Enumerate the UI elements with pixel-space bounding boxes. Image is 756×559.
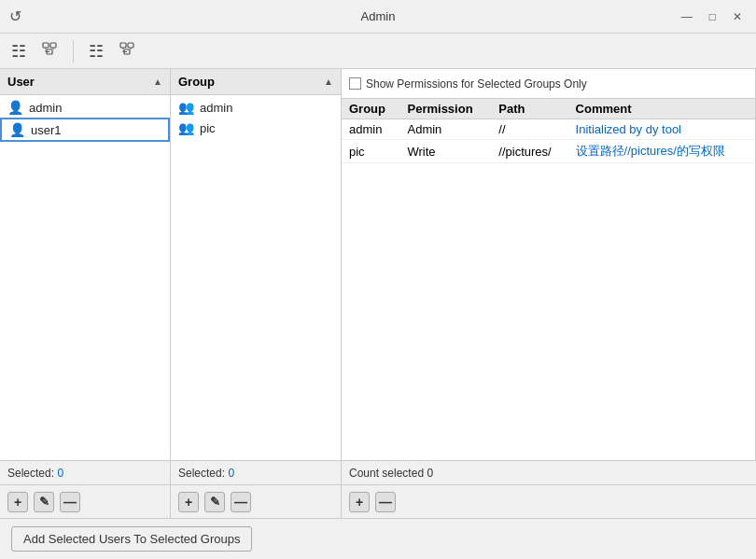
groups-panel-title: Group	[178, 75, 215, 89]
user-status: Selected: 0	[0, 461, 171, 484]
users-sort-icon[interactable]: ▲	[153, 77, 162, 87]
perm-comment: 设置路径//pictures/的写权限	[568, 140, 755, 163]
remove-perm-button[interactable]: —	[375, 492, 396, 512]
group-label: admin	[200, 101, 232, 115]
list-item[interactable]: 👤 admin	[0, 97, 170, 118]
user-icon: 👤	[9, 122, 25, 137]
edit-group-button[interactable]: ✎	[204, 492, 225, 512]
perm-group: admin	[342, 119, 400, 140]
list-item[interactable]: 👥 pic	[171, 118, 341, 138]
users-panel: User ▲ 👤 admin 👤 user1	[0, 69, 171, 460]
groups-panel: Group ▲ 👥 admin 👥 pic	[171, 69, 342, 460]
maximize-button[interactable]: □	[705, 8, 721, 25]
group-status: Selected: 0	[171, 461, 342, 484]
title-bar-controls: — □ ✕	[677, 8, 747, 25]
svg-rect-7	[128, 43, 133, 48]
users-panel-header: User ▲	[0, 69, 170, 95]
title-bar-left: ↺	[9, 7, 21, 25]
show-selected-checkbox-wrapper[interactable]: Show Permissions for Selected Groups Onl…	[349, 77, 587, 91]
groups-list: 👥 admin 👥 pic	[171, 95, 341, 460]
perm-actions: + —	[342, 485, 756, 518]
title-bar: ↺ Admin — □ ✕	[0, 0, 756, 34]
groups-selected-label: Selected: 0	[178, 467, 234, 480]
table-row[interactable]: pic Write //pictures/ 设置路径//pictures/的写权…	[342, 140, 755, 163]
close-button[interactable]: ✕	[728, 8, 747, 25]
user-label: user1	[31, 123, 62, 137]
add-perm-button[interactable]: +	[349, 492, 370, 512]
perm-status: Count selected 0	[342, 461, 756, 484]
users-selected-label: Selected: 0	[7, 467, 63, 480]
groups-selected-count: 0	[228, 467, 234, 480]
user-grid-icon[interactable]: ☷	[7, 39, 30, 63]
col-permission: Permission	[400, 99, 492, 119]
group-label: pic	[200, 121, 216, 135]
users-list: 👤 admin 👤 user1	[0, 95, 170, 460]
user-label: admin	[29, 101, 62, 115]
group-actions: + ✎ —	[171, 485, 342, 518]
permissions-table: Group Permission Path Comment admin Admi…	[342, 99, 755, 163]
perm-count: 0	[427, 467, 433, 480]
perm-comment: Initialized by dy tool	[568, 119, 755, 140]
user-icon: 👤	[7, 100, 23, 115]
perm-permission: Admin	[400, 119, 492, 140]
permissions-filter-bar: Show Permissions for Selected Groups Onl…	[342, 69, 755, 99]
col-path: Path	[491, 99, 567, 119]
perm-count-label: Count selected 0	[349, 467, 433, 480]
remove-group-button[interactable]: —	[231, 492, 251, 512]
group-icon: 👥	[178, 120, 194, 135]
svg-rect-0	[43, 43, 49, 48]
list-item[interactable]: 👥 admin	[171, 97, 341, 118]
add-group-button[interactable]: +	[178, 492, 199, 512]
user-actions: + ✎ —	[0, 485, 171, 518]
svg-rect-1	[50, 43, 56, 48]
minimize-button[interactable]: —	[677, 8, 697, 25]
users-selected-count: 0	[57, 467, 63, 480]
add-selected-users-button[interactable]: Add Selected Users To Selected Groups	[11, 526, 252, 552]
col-comment: Comment	[568, 99, 755, 119]
permissions-table-wrapper: Group Permission Path Comment admin Admi…	[342, 99, 755, 460]
users-panel-title: User	[7, 75, 35, 89]
perm-path: //pictures/	[491, 140, 567, 163]
refresh-icon[interactable]: ↺	[9, 7, 21, 25]
groups-panel-header: Group ▲	[171, 69, 341, 95]
list-item[interactable]: 👤 user1	[0, 118, 170, 142]
col-group: Group	[342, 99, 400, 119]
permissions-panel: Show Permissions for Selected Groups Onl…	[342, 69, 756, 460]
window-title: Admin	[361, 9, 396, 23]
perm-permission: Write	[400, 140, 492, 163]
add-user-button[interactable]: +	[7, 492, 28, 512]
group-icon: 👥	[178, 100, 194, 115]
toolbar: ☷ ☷	[0, 34, 756, 69]
table-header-row: Group Permission Path Comment	[342, 99, 755, 119]
show-selected-checkbox[interactable]	[349, 77, 361, 90]
perm-path: //	[491, 119, 567, 140]
edit-user-button[interactable]: ✎	[34, 492, 54, 512]
main-content: User ▲ 👤 admin 👤 user1 Group ▲ 👥 admin	[0, 69, 756, 460]
group-grid-icon[interactable]: ☷	[85, 39, 107, 63]
group-tree-icon[interactable]	[115, 38, 139, 63]
status-bar: Selected: 0 Selected: 0 Count selected 0	[0, 460, 756, 484]
perm-group: pic	[342, 140, 400, 163]
groups-sort-icon[interactable]: ▲	[324, 77, 333, 87]
show-selected-label: Show Permissions for Selected Groups Onl…	[366, 77, 587, 91]
remove-user-button[interactable]: —	[60, 492, 80, 512]
bottom-bar: Add Selected Users To Selected Groups	[0, 518, 756, 559]
toolbar-divider	[73, 40, 74, 63]
table-row[interactable]: admin Admin // Initialized by dy tool	[342, 119, 755, 140]
action-bar: + ✎ — + ✎ — + —	[0, 484, 756, 518]
user-tree-icon[interactable]	[37, 38, 62, 63]
svg-rect-6	[120, 43, 126, 48]
